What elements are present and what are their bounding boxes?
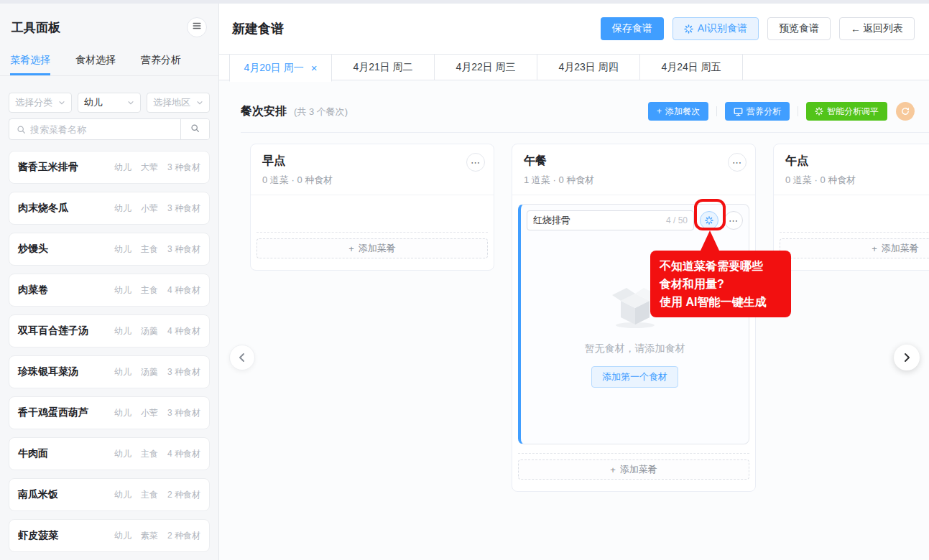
dish-tags: 幼儿汤羹4 种食材 — [114, 325, 200, 337]
age-group-select[interactable]: 幼儿 — [78, 93, 141, 113]
date-tab-bar: 4月20日 周一×4月21日 周二4月22日 周三4月23日 周四4月24日 周… — [219, 54, 929, 80]
dish-name: 珍珠银耳菜汤 — [18, 365, 78, 378]
date-tab-label: 4月22日 周三 — [456, 61, 515, 74]
list-item[interactable]: 珍珠银耳菜汤幼儿汤羹3 种食材 — [9, 355, 210, 388]
more-icon: ⋯ — [729, 216, 739, 225]
plus-icon: + — [872, 243, 877, 254]
list-item[interactable]: 香干鸡蛋西葫芦幼儿小荤3 种食材 — [9, 396, 210, 429]
add-first-ingredient-button[interactable]: 添加第一个食材 — [591, 366, 678, 388]
column-summary: 0 道菜 · 0 种食材 — [262, 174, 482, 187]
refresh-button[interactable] — [896, 102, 915, 121]
date-tab[interactable]: 4月24日 周五 — [640, 55, 743, 80]
save-recipe-button[interactable]: 保存食谱 — [601, 17, 664, 40]
dish-tag: 幼儿 — [114, 530, 131, 542]
app-window: 工具面板 菜肴选择 食材选择 营养分析 选择分类 幼儿 选择地区 — [0, 4, 929, 560]
column-title: 午点 — [785, 154, 929, 169]
header-actions: 保存食谱 AI识别食谱 预览食谱 ← 返回列表 — [601, 17, 915, 40]
dish-tag: 主食 — [141, 284, 158, 297]
close-icon[interactable]: × — [311, 62, 318, 74]
dish-tag: 幼儿 — [114, 162, 131, 174]
date-tab[interactable]: 4月23日 周四 — [537, 55, 640, 80]
category-select[interactable]: 选择分类 — [9, 93, 72, 113]
dish-tags: 幼儿主食4 种食材 — [114, 284, 200, 297]
dish-tag: 素菜 — [141, 530, 158, 542]
list-item[interactable]: 酱香玉米排骨幼儿大荤3 种食材 — [9, 151, 210, 184]
preview-recipe-button[interactable]: 预览食谱 — [767, 17, 831, 40]
date-tab[interactable]: 4月21日 周二 — [332, 55, 435, 80]
menu-icon — [192, 21, 202, 34]
dish-tag: 3 种食材 — [167, 366, 200, 378]
dish-card: 4 / 50 ⋯ — [518, 204, 749, 444]
add-dish-button[interactable]: + 添加菜肴 — [780, 238, 929, 258]
dish-name: 香干鸡蛋西葫芦 — [18, 406, 88, 419]
search-button[interactable] — [180, 119, 209, 139]
date-tab-label: 4月20日 周一 — [244, 62, 303, 75]
dish-tag: 3 种食材 — [167, 202, 200, 215]
list-item[interactable]: 双耳百合莲子汤幼儿汤羹4 种食材 — [9, 314, 210, 347]
nutrition-analysis-button[interactable]: 营养分析 — [725, 102, 790, 121]
tab-dish-select[interactable]: 菜肴选择 — [10, 47, 50, 75]
main-area: 新建食谱 保存食谱 AI识别食谱 预览食谱 ← 返回列表 4月20日 周一×4月… — [219, 4, 929, 560]
dish-tag: 3 种食材 — [167, 243, 200, 256]
scroll-left-button[interactable] — [229, 345, 255, 370]
dish-tag: 3 种食材 — [167, 407, 200, 419]
ai-generate-button[interactable] — [700, 211, 718, 230]
collapse-panel-button[interactable] — [187, 17, 207, 37]
sidebar-tabs: 菜肴选择 食材选择 营养分析 — [0, 47, 218, 76]
dish-tag: 幼儿 — [114, 448, 131, 460]
date-tab[interactable]: 4月22日 周三 — [435, 55, 537, 80]
dish-more-button[interactable]: ⋯ — [724, 211, 743, 230]
dish-name: 双耳百合莲子汤 — [18, 325, 88, 337]
back-arrow-icon: ← — [851, 23, 861, 34]
plus-icon: + — [610, 465, 616, 475]
divider — [716, 106, 717, 116]
date-tab[interactable]: 4月20日 周一× — [229, 55, 332, 82]
section-actions: + 添加餐次 营养分析 智能分析调平 — [648, 102, 915, 121]
filter-row: 选择分类 幼儿 选择地区 — [9, 93, 210, 113]
ai-recognize-recipe-button[interactable]: AI识别食谱 — [673, 17, 759, 40]
list-item[interactable]: 肉末烧冬瓜幼儿小荤3 种食材 — [9, 192, 210, 225]
dish-tags: 幼儿主食3 种食材 — [114, 243, 200, 256]
meal-column-breakfast: 早点 0 道菜 · 0 种食材 ⋯ + 添加菜肴 — [250, 144, 494, 271]
more-icon: ⋯ — [732, 158, 742, 167]
region-select[interactable]: 选择地区 — [147, 93, 210, 113]
column-more-button[interactable]: ⋯ — [466, 153, 485, 172]
dish-tag: 主食 — [141, 448, 158, 460]
list-item[interactable]: 南瓜米饭幼儿主食2 种食材 — [9, 478, 210, 511]
plus-icon: + — [657, 106, 662, 116]
scroll-right-button[interactable] — [894, 345, 920, 370]
list-item[interactable]: 牛肉面幼儿主食4 种食材 — [9, 437, 210, 470]
search-input[interactable] — [30, 124, 180, 135]
column-more-button[interactable]: ⋯ — [728, 153, 747, 172]
dish-drop-zone — [780, 204, 929, 233]
tab-ingredient-select[interactable]: 食材选择 — [75, 47, 116, 75]
add-dish-button[interactable]: + 添加菜肴 — [256, 238, 488, 258]
list-item[interactable]: 虾皮菠菜幼儿素菜2 种食材 — [9, 519, 210, 552]
list-item[interactable]: 炒馒头幼儿主食3 种食材 — [9, 233, 210, 266]
add-dish-button[interactable]: + 添加菜肴 — [518, 459, 749, 480]
chevron-down-icon — [58, 98, 65, 108]
dish-tag: 幼儿 — [114, 325, 131, 337]
dish-list: 酱香玉米排骨幼儿大荤3 种食材肉末烧冬瓜幼儿小荤3 种食材炒馒头幼儿主食3 种食… — [0, 151, 218, 560]
chevron-right-icon — [901, 352, 912, 363]
list-item[interactable]: 肉菜卷幼儿主食4 种食材 — [9, 274, 210, 307]
smart-balance-button[interactable]: 智能分析调平 — [806, 102, 887, 121]
dish-tag: 汤羹 — [141, 366, 158, 378]
meal-count: (共 3 个餐次) — [294, 106, 348, 118]
dish-drop-zone — [256, 204, 488, 233]
date-tab-label: 4月21日 周二 — [353, 61, 412, 74]
dish-tags: 幼儿主食2 种食材 — [114, 489, 200, 501]
dish-tag: 2 种食材 — [167, 530, 200, 542]
chevron-down-icon — [127, 98, 134, 108]
more-icon: ⋯ — [471, 158, 481, 167]
sidebar-title: 工具面板 — [11, 19, 60, 36]
back-to-list-button[interactable]: ← 返回列表 — [839, 17, 915, 40]
dish-tag: 3 种食材 — [167, 162, 200, 174]
meal-column-afternoon-snack: 午点 0 道菜 · 0 种食材 ⋯ + 添加菜肴 — [773, 144, 929, 271]
dish-name-input[interactable] — [533, 215, 662, 226]
chevron-left-icon — [236, 352, 248, 363]
tab-nutrition-analysis[interactable]: 营养分析 — [141, 47, 181, 75]
add-meal-button[interactable]: + 添加餐次 — [648, 102, 708, 121]
content-area: 餐次安排 (共 3 个餐次) + 添加餐次 营养分析 — [219, 80, 929, 560]
dish-name: 南瓜米饭 — [18, 488, 58, 501]
